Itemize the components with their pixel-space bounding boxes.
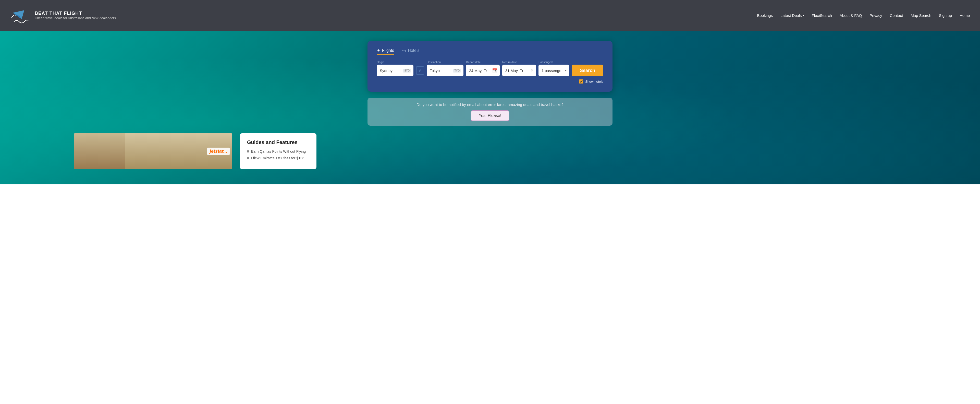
search-fields: Origin SYD ⇄ Destination TYO Dep [377, 61, 603, 77]
passengers-select[interactable]: 1 passenger 2 passengers 3 passengers 4 … [538, 65, 569, 77]
logo-area: BEAT THAT FLIGHT Cheap travel deals for … [10, 5, 116, 26]
calendar-icon: 📅 [492, 68, 497, 73]
yes-please-button[interactable]: Yes, Please! [471, 110, 509, 121]
site-header: BEAT THAT FLIGHT Cheap travel deals for … [0, 0, 980, 30]
plane-icon: ✈ [377, 48, 380, 53]
nav-bookings[interactable]: Bookings [757, 13, 773, 18]
destination-badge: TYO [453, 69, 461, 72]
nav-latest-deals[interactable]: Latest Deals ▾ [780, 13, 804, 18]
depart-field-group: Depart date 📅 [466, 61, 500, 77]
show-hotels-row: Show hotels [377, 80, 603, 83]
nav-home[interactable]: Home [959, 13, 970, 18]
guides-title: Guides and Features [247, 139, 309, 145]
nav-sign-up[interactable]: Sign up [939, 13, 952, 18]
bullet-icon [247, 150, 249, 152]
logo-title: BEAT THAT FLIGHT [35, 11, 116, 16]
show-hotels-label[interactable]: Show hotels [585, 80, 603, 83]
list-item: Earn Qantas Points Without Flying [247, 149, 309, 153]
depart-label: Depart date [466, 61, 500, 64]
hotel-icon: 🛏 [402, 48, 406, 53]
origin-label: Origin [377, 61, 414, 64]
swap-button[interactable]: ⇄ [416, 66, 424, 75]
main-nav: Bookings Latest Deals ▾ FlexiSearch Abou… [757, 13, 970, 18]
search-box: ✈ Flights 🛏 Hotels Origin SYD ⇄ [368, 41, 612, 92]
hero-section: ✈ Flights 🛏 Hotels Origin SYD ⇄ [0, 30, 980, 184]
swap-icon: ⇄ [418, 69, 422, 72]
notification-bar: Do you want to be notified by email abou… [368, 98, 612, 126]
notification-text: Do you want to be notified by email abou… [375, 102, 605, 107]
guides-panel: Guides and Features Earn Qantas Points W… [240, 133, 317, 169]
person-image [74, 133, 125, 169]
jetstar-badge: jetstar... [207, 148, 230, 155]
destination-input-wrapper: TYO [427, 65, 463, 77]
article-image: jetstar... [74, 133, 232, 169]
list-item: I flew Emirates 1st Class for $136 [247, 156, 309, 160]
search-tabs: ✈ Flights 🛏 Hotels [377, 48, 603, 55]
bullet-icon [247, 157, 249, 159]
show-hotels-checkbox[interactable] [579, 80, 583, 83]
destination-label: Destination [427, 61, 463, 64]
clear-return-icon[interactable]: × [531, 68, 533, 73]
depart-input-wrapper: 📅 [466, 65, 500, 77]
origin-badge: SYD [403, 69, 411, 72]
origin-input-wrapper: SYD [377, 65, 414, 77]
nav-contact[interactable]: Contact [890, 13, 903, 18]
chevron-down-icon: ▾ [803, 14, 804, 17]
passengers-select-wrapper: 1 passenger 2 passengers 3 passengers 4 … [538, 65, 569, 77]
logo-text-area: BEAT THAT FLIGHT Cheap travel deals for … [35, 11, 116, 20]
destination-field-group: Destination TYO [427, 61, 463, 77]
passengers-field-group: Passengers 1 passenger 2 passengers 3 pa… [538, 61, 569, 77]
origin-field-group: Origin SYD [377, 61, 414, 77]
tab-hotels[interactable]: 🛏 Hotels [402, 48, 419, 55]
logo-icon [10, 5, 30, 26]
passengers-label: Passengers [538, 61, 569, 64]
nav-map-search[interactable]: Map Search [911, 13, 931, 18]
nav-about-faq[interactable]: About & FAQ [840, 13, 862, 18]
search-button[interactable]: Search [572, 65, 603, 77]
svg-marker-0 [13, 10, 24, 19]
bottom-content: jetstar... Guides and Features Earn Qant… [5, 126, 975, 169]
nav-flexi-search[interactable]: FlexiSearch [812, 13, 832, 18]
return-field-group: Return date × [502, 61, 536, 77]
nav-privacy[interactable]: Privacy [870, 13, 882, 18]
return-input-wrapper: × [502, 65, 536, 77]
tab-flights[interactable]: ✈ Flights [377, 48, 394, 55]
return-label: Return date [502, 61, 536, 64]
logo-subtitle: Cheap travel deals for Australians and N… [35, 16, 116, 20]
guides-list: Earn Qantas Points Without Flying I flew… [247, 149, 309, 160]
